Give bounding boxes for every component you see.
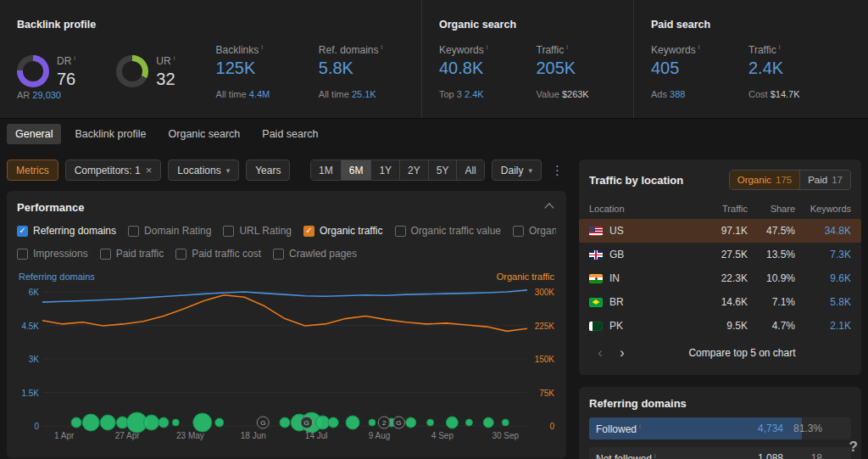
followed-row[interactable]: Followed 4,734 81.3% [589,417,851,439]
chevron-up-icon[interactable] [544,203,554,212]
next-page-icon[interactable]: › [611,343,633,363]
keywords-link[interactable]: 34.8K [795,225,851,237]
organic-traffic-value[interactable]: 205K [537,59,634,78]
checkbox-label: Paid traffic [116,248,164,260]
performance-chart-canvas[interactable]: GG2G [42,285,527,436]
metric-paid-keywords: Keywords 405 Ads 388 [651,43,748,99]
followed-value[interactable]: 4,734 [732,423,783,434]
traffic-value: 9.5K [695,320,748,332]
tab-paid-search[interactable]: Paid search [253,124,326,144]
backlinks-sub-value[interactable]: 4.4M [249,89,270,99]
not-followed-row[interactable]: Not followed 1,088 18 [589,447,851,459]
location-table-header: Location Traffic Share Keywords [579,199,861,219]
not-followed-label: Not followed [596,452,732,459]
gb-flag-icon [589,250,603,260]
checkbox-organic-traffic-value[interactable]: ✓ Organic traffic value [395,225,502,237]
country-code: US [609,225,624,237]
location-row-br[interactable]: BR 14.6K 7.1% 5.8K [579,290,861,314]
col-keywords: Keywords [795,204,851,214]
tab-organic-search[interactable]: Organic search [160,124,249,144]
metrics-filter-button[interactable]: Metrics [7,160,58,181]
ref-domains-value[interactable]: 5.8K [319,59,421,78]
value-amount: $263K [562,89,589,99]
checkbox-box: ✓ [128,226,139,237]
link-event-bubble [71,417,81,428]
top3-value[interactable]: 2.4K [465,89,484,99]
location-row-gb[interactable]: GB 27.5K 13.5% 7.3K [579,243,861,266]
paid-keywords-subline: Ads 388 [651,89,748,99]
checkbox-label: Crawled pages [289,248,357,260]
close-icon[interactable]: × [146,165,153,176]
chevron-down-icon: ▾ [528,166,532,175]
link-event-bubble [280,417,290,428]
keywords-link[interactable]: 7.3K [795,249,851,260]
range-5y[interactable]: 5Y [428,160,457,180]
ads-value[interactable]: 388 [670,89,685,99]
kebab-menu-icon[interactable]: ⋮ [548,163,566,178]
prev-page-icon[interactable]: ‹ [589,343,611,363]
checkbox-referring-domains[interactable]: ✓ Referring domains [17,225,116,237]
chevron-down-icon: ▾ [226,166,231,175]
help-button[interactable]: ? [849,439,858,456]
y-left-tick: 3K [29,355,39,364]
link-event-bubble [406,417,416,428]
range-6m[interactable]: 6M [341,160,371,180]
range-all[interactable]: All [456,160,483,180]
organic-keywords-value[interactable]: 40.8K [439,59,537,78]
performance-chart[interactable]: 01.5K3K4.5K6K GG2G 075K150K225K300K 1 Ap… [17,285,556,451]
range-1m[interactable]: 1M [311,160,341,180]
metric-url-rating[interactable]: UR 32 [116,43,215,99]
keywords-link[interactable]: 2.1K [795,320,851,332]
link-event-bubble [159,417,169,428]
tab-general[interactable]: General [7,124,61,144]
link-event-bubble [82,414,99,431]
checkbox-domain-rating[interactable]: ✓ Domain Rating [128,225,211,237]
metric-ref-domains: Ref. domains 5.8K All time 25.1K [319,43,421,99]
locations-filter-button[interactable]: Locations ▾ [168,160,239,181]
checkbox-organic-pages[interactable]: ✓ Organic pages [513,225,556,237]
range-1y[interactable]: 1Y [370,160,399,180]
location-row-us[interactable]: US 97.1K 47.5% 34.8K [579,219,861,243]
paid-keywords-value[interactable]: 405 [651,59,748,78]
paid-traffic-value[interactable]: 2.4K [748,59,846,78]
location-row-pk[interactable]: PK 9.5K 4.7% 2.1K [579,314,861,338]
checkbox-paid-traffic[interactable]: ✓ Paid traffic [100,248,164,260]
ar-value[interactable]: 29,030 [32,90,61,100]
checkbox-label: Organic traffic [320,225,382,237]
tab-backlink-profile[interactable]: Backlink profile [66,124,154,144]
ref-domains-sub-value[interactable]: 25.1K [352,89,376,99]
share-value: 10.9% [748,272,795,284]
section-backlink-profile: Backlink profile DR 76 UR 32 Backlinks 1… [0,0,421,118]
compare-top5-link[interactable]: Compare top 5 on chart [633,347,851,359]
checkbox-paid-traffic-cost[interactable]: ✓ Paid traffic cost [175,248,261,260]
link-event-bubble [369,419,376,426]
checkbox-crawled-pages[interactable]: ✓ Crawled pages [273,248,357,260]
years-filter-button[interactable]: Years [246,160,290,181]
granularity-select[interactable]: Daily ▾ [492,160,542,181]
x-axis-tick: 1 Apr [54,431,74,440]
y-axis-left: 01.5K3K4.5K6K [17,285,39,451]
checkbox-impressions[interactable]: ✓ Impressions [17,248,88,260]
toggle-paid[interactable]: Paid 17 [799,171,850,189]
competitors-filter-button[interactable]: Competitors: 1 × [65,160,162,181]
ref-domains-subline: All time 25.1K [319,89,421,99]
section-organic-search: Organic search Keywords 40.8K Top 3 2.4K… [421,0,633,118]
traffic-value: 27.5K [695,249,748,260]
y-right-tick: 150K [535,355,554,364]
metric-checkbox-row-2: ✓ Impressions ✓ Paid traffic ✓ Paid traf… [17,248,556,260]
checkbox-organic-traffic[interactable]: ✓ Organic traffic [303,225,382,237]
location-row-in[interactable]: IN 22.3K 10.9% 9.6K [579,266,861,290]
country-code: GB [609,249,624,260]
keywords-link[interactable]: 5.8K [795,296,851,308]
performance-panel: Performance ✓ Referring domains ✓ Domain… [7,191,566,458]
keywords-link[interactable]: 9.6K [795,272,851,284]
not-followed-share: 18 [783,452,822,459]
toggle-organic[interactable]: Organic 175 [730,171,799,189]
paid-traffic-subline: Cost $14.7K [748,89,846,99]
x-axis-tick: 30 Sep [492,431,519,440]
checkbox-url-rating[interactable]: ✓ URL Rating [223,225,292,237]
backlinks-value[interactable]: 125K [216,59,319,78]
metric-organic-keywords: Keywords 40.8K Top 3 2.4K [439,43,537,99]
google-update-marker: G [396,419,401,427]
range-2y[interactable]: 2Y [399,160,428,180]
